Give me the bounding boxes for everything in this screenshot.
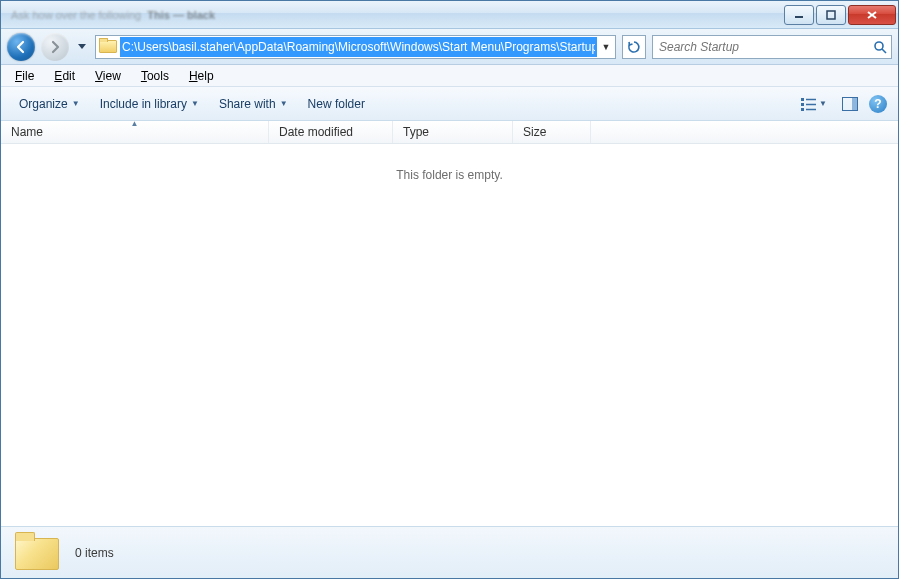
arrow-right-icon xyxy=(48,40,62,54)
window-controls xyxy=(782,5,896,25)
svg-line-5 xyxy=(882,49,886,53)
menu-edit[interactable]: EEditdit xyxy=(46,67,83,85)
chevron-down-icon: ▼ xyxy=(819,99,827,108)
chevron-down-icon: ▼ xyxy=(280,99,288,108)
back-button[interactable] xyxy=(7,33,35,61)
sort-ascending-icon: ▲ xyxy=(131,119,139,128)
titlebar: Ask how over the following This — black xyxy=(1,1,898,29)
toolbar-right: ▼ ? xyxy=(794,92,890,116)
share-label: Share with xyxy=(219,97,276,111)
help-button[interactable]: ? xyxy=(866,92,890,116)
search-icon[interactable] xyxy=(869,40,891,54)
preview-pane-button[interactable] xyxy=(838,92,862,116)
titlebar-text-1: Ask how over the following xyxy=(11,9,141,21)
preview-pane-icon xyxy=(842,97,858,111)
column-type-label: Type xyxy=(403,125,429,139)
menu-tools[interactable]: TToolsools xyxy=(133,67,177,85)
maximize-icon xyxy=(826,10,836,20)
details-pane: 0 items xyxy=(1,526,898,578)
search-input[interactable] xyxy=(653,40,869,54)
include-label: Include in library xyxy=(100,97,187,111)
address-dropdown[interactable]: ▼ xyxy=(597,42,615,52)
chevron-down-icon xyxy=(78,44,86,50)
refresh-button[interactable] xyxy=(622,35,646,59)
svg-point-4 xyxy=(875,42,883,50)
history-dropdown[interactable] xyxy=(75,33,89,61)
column-date-modified[interactable]: Date modified xyxy=(269,121,393,143)
svg-rect-13 xyxy=(852,98,857,110)
forward-button[interactable] xyxy=(41,33,69,61)
chevron-down-icon: ▼ xyxy=(191,99,199,108)
view-options-button[interactable]: ▼ xyxy=(794,92,834,116)
column-type[interactable]: Type xyxy=(393,121,513,143)
include-in-library-menu[interactable]: Include in library▼ xyxy=(90,93,209,115)
share-with-menu[interactable]: Share with▼ xyxy=(209,93,298,115)
column-date-label: Date modified xyxy=(279,125,353,139)
command-bar: Organize▼ Include in library▼ Share with… xyxy=(1,87,898,121)
address-input[interactable] xyxy=(120,37,597,57)
column-size-label: Size xyxy=(523,125,546,139)
empty-folder-message: This folder is empty. xyxy=(1,168,898,182)
close-button[interactable] xyxy=(848,5,896,25)
folder-large-icon xyxy=(15,532,57,574)
organize-menu[interactable]: Organize▼ xyxy=(9,93,90,115)
minimize-icon xyxy=(794,10,804,20)
column-size[interactable]: Size xyxy=(513,121,591,143)
titlebar-text-2: This — black xyxy=(147,9,215,21)
menu-view[interactable]: VViewiew xyxy=(87,67,129,85)
maximize-button[interactable] xyxy=(816,5,846,25)
view-icon xyxy=(801,97,817,111)
organize-label: Organize xyxy=(19,97,68,111)
column-name[interactable]: Name ▲ xyxy=(1,121,269,143)
svg-rect-1 xyxy=(827,11,835,19)
svg-rect-6 xyxy=(801,98,804,101)
navigation-bar: ▼ xyxy=(1,29,898,65)
close-icon xyxy=(866,10,878,20)
column-name-label: Name xyxy=(11,125,43,139)
minimize-button[interactable] xyxy=(784,5,814,25)
new-folder-label: New folder xyxy=(308,97,365,111)
folder-icon xyxy=(99,38,117,56)
item-count: 0 items xyxy=(75,546,114,560)
address-bar[interactable]: ▼ xyxy=(95,35,616,59)
titlebar-caption: Ask how over the following This — black xyxy=(3,9,782,21)
explorer-window: Ask how over the following This — black xyxy=(0,0,899,579)
chevron-down-icon: ▼ xyxy=(72,99,80,108)
search-box[interactable] xyxy=(652,35,892,59)
menu-file[interactable]: FFileile xyxy=(7,67,42,85)
refresh-icon xyxy=(627,40,641,54)
help-icon: ? xyxy=(869,95,887,113)
new-folder-button[interactable]: New folder xyxy=(298,93,375,115)
column-headers: Name ▲ Date modified Type Size xyxy=(1,121,898,144)
svg-rect-8 xyxy=(801,108,804,111)
file-list-area[interactable]: This folder is empty. xyxy=(1,144,898,526)
menu-bar: FFileile EEditdit VViewiew TToolsools HH… xyxy=(1,65,898,87)
svg-rect-7 xyxy=(801,103,804,106)
menu-help[interactable]: HHelpelp xyxy=(181,67,222,85)
arrow-left-icon xyxy=(14,40,28,54)
